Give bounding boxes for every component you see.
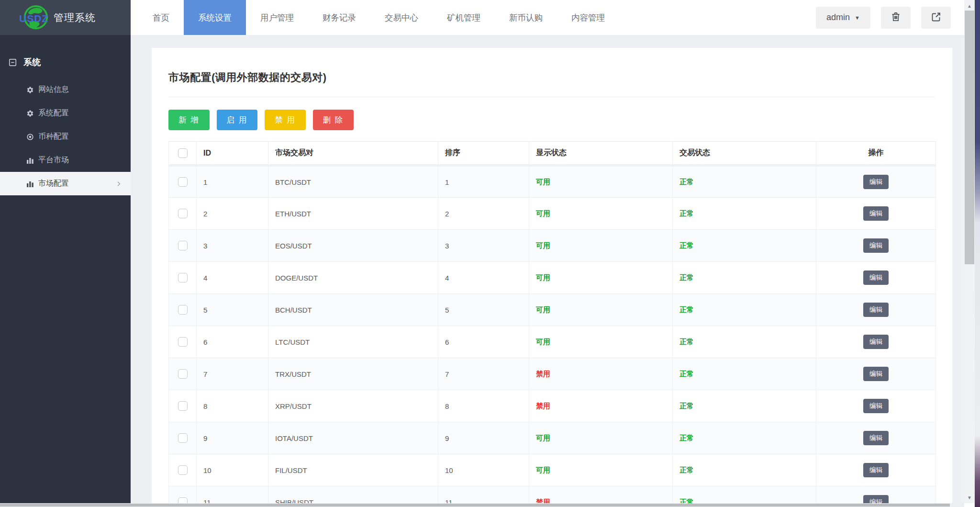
table-header-row: ID市场交易对排序显示状态交易状态操作	[169, 142, 936, 166]
caret-down-icon: ▼	[855, 15, 860, 21]
edit-button[interactable]: 编辑	[863, 495, 889, 503]
row-sort: 2	[438, 198, 529, 230]
row-pair: LTC/USDT	[268, 326, 438, 358]
row-pair: BTC/USDT	[268, 166, 438, 198]
topnav-item-4[interactable]: 交易中心	[370, 0, 433, 35]
user-menu-button[interactable]: admin ▼	[816, 7, 870, 29]
table-row: 10FIL/USDT10可用正常编辑	[169, 454, 936, 486]
row-id: 9	[197, 422, 268, 454]
sidebar-section-label: 系统	[23, 56, 41, 68]
sidebar-item-0[interactable]: 网站信息	[0, 78, 131, 101]
disable-button[interactable]: 禁 用	[265, 110, 306, 130]
trade-status-badge: 正常	[679, 498, 694, 504]
row-checkbox[interactable]	[178, 465, 188, 475]
row-sort: 3	[438, 230, 529, 262]
row-pair: EOS/USDT	[268, 230, 438, 262]
topnav-item-1[interactable]: 系统设置	[184, 0, 246, 35]
sidebar-item-label: 系统配置	[38, 108, 69, 118]
column-header-5: 操作	[816, 142, 936, 166]
trash-button[interactable]	[881, 7, 911, 29]
add-button[interactable]: 新 增	[168, 110, 210, 130]
topnav-item-7[interactable]: 内容管理	[557, 0, 619, 35]
row-checkbox[interactable]	[178, 273, 188, 282]
topnav-item-5[interactable]: 矿机管理	[433, 0, 495, 35]
trade-status-badge: 正常	[679, 370, 694, 378]
scroll-down-arrow-icon[interactable]: ▼	[964, 493, 975, 502]
app-window: USDZ 管理系统 系统 网站信息系统配置币种配置平台市场市场配置 首页系统设置…	[0, 0, 964, 503]
horizontal-scrollbar[interactable]	[0, 503, 964, 507]
edit-button[interactable]: 编辑	[863, 238, 889, 253]
main-column: 首页系统设置用户管理财务记录交易中心矿机管理新币认购内容管理 admin ▼	[131, 0, 964, 503]
edit-button[interactable]: 编辑	[863, 367, 889, 381]
user-name: admin	[826, 12, 850, 23]
edit-button[interactable]: 编辑	[863, 399, 889, 413]
title-divider	[168, 97, 935, 97]
edit-button[interactable]: 编辑	[863, 431, 889, 445]
sidebar-item-label: 网站信息	[38, 85, 69, 95]
row-checkbox[interactable]	[178, 209, 188, 218]
minus-square-icon	[9, 58, 17, 67]
row-pair: TRX/USDT	[268, 358, 438, 390]
gear-icon	[26, 110, 34, 117]
row-id: 5	[197, 294, 268, 326]
row-checkbox[interactable]	[178, 401, 188, 411]
vertical-scrollbar-thumb[interactable]	[965, 11, 974, 264]
row-checkbox[interactable]	[178, 241, 188, 250]
column-header-3: 显示状态	[529, 142, 673, 166]
sidebar-item-label: 币种配置	[38, 132, 69, 142]
delete-button[interactable]: 删 除	[313, 110, 354, 130]
table-row: 9IOTA/USDT9可用正常编辑	[169, 422, 936, 454]
topnav-item-0[interactable]: 首页	[138, 0, 184, 35]
edit-button[interactable]: 编辑	[863, 303, 889, 317]
row-pair: SHIB/USDT	[268, 486, 438, 504]
row-checkbox[interactable]	[178, 497, 188, 503]
column-header-2: 排序	[438, 142, 529, 166]
header-actions: admin ▼	[816, 0, 964, 35]
display-status-badge: 可用	[536, 434, 550, 442]
display-status-badge: 禁用	[536, 370, 550, 378]
row-checkbox[interactable]	[178, 433, 188, 443]
chevron-right-icon	[115, 180, 122, 187]
sidebar-item-3[interactable]: 平台市场	[0, 148, 131, 172]
enable-button[interactable]: 启 用	[217, 110, 258, 130]
sidebar-item-1[interactable]: 系统配置	[0, 101, 131, 125]
display-status-badge: 可用	[536, 241, 550, 249]
export-button[interactable]	[921, 7, 951, 29]
topnav-item-3[interactable]: 财务记录	[308, 0, 370, 35]
edit-button[interactable]: 编辑	[863, 463, 889, 477]
row-sort: 5	[438, 294, 529, 326]
table-row: 5BCH/USDT5可用正常编辑	[169, 294, 936, 326]
topnav-item-6[interactable]: 新币认购	[495, 0, 557, 35]
horizontal-scrollbar-thumb[interactable]	[0, 504, 950, 507]
vertical-scrollbar[interactable]: ▲ ▼	[964, 0, 975, 503]
sidebar-item-4[interactable]: 市场配置	[0, 172, 131, 195]
column-header-1: 市场交易对	[268, 142, 438, 166]
toolbar: 新 增启 用禁 用删 除	[168, 110, 935, 130]
row-checkbox[interactable]	[178, 337, 188, 347]
trade-status-badge: 正常	[679, 209, 694, 217]
display-status-badge: 禁用	[536, 402, 550, 410]
circle-dot-icon	[26, 133, 34, 141]
topnav-item-2[interactable]: 用户管理	[246, 0, 308, 35]
sidebar-section-system[interactable]: 系统	[0, 55, 131, 69]
trade-status-badge: 正常	[679, 241, 694, 249]
row-pair: ETH/USDT	[268, 198, 438, 230]
scroll-up-arrow-icon[interactable]: ▲	[964, 1, 975, 11]
edit-button[interactable]: 编辑	[863, 206, 889, 221]
table-row: 11SHIB/USDT11禁用正常编辑	[169, 486, 936, 504]
sidebar-item-label: 平台市场	[38, 155, 69, 165]
select-all-checkbox[interactable]	[178, 148, 188, 158]
row-pair: DOGE/USDT	[268, 262, 438, 294]
edit-button[interactable]: 编辑	[863, 175, 889, 189]
app-logo[interactable]: USDZ 管理系统	[0, 0, 131, 35]
gear-icon	[26, 86, 34, 94]
row-checkbox[interactable]	[178, 369, 188, 379]
edit-button[interactable]: 编辑	[863, 335, 889, 349]
table-row: 1BTC/USDT1可用正常编辑	[169, 166, 936, 198]
edit-button[interactable]: 编辑	[863, 270, 889, 285]
sidebar-item-2[interactable]: 币种配置	[0, 125, 131, 148]
row-checkbox[interactable]	[178, 177, 188, 187]
row-checkbox[interactable]	[178, 305, 188, 315]
sidebar-items: 网站信息系统配置币种配置平台市场市场配置	[0, 78, 131, 195]
row-id: 1	[197, 166, 268, 198]
